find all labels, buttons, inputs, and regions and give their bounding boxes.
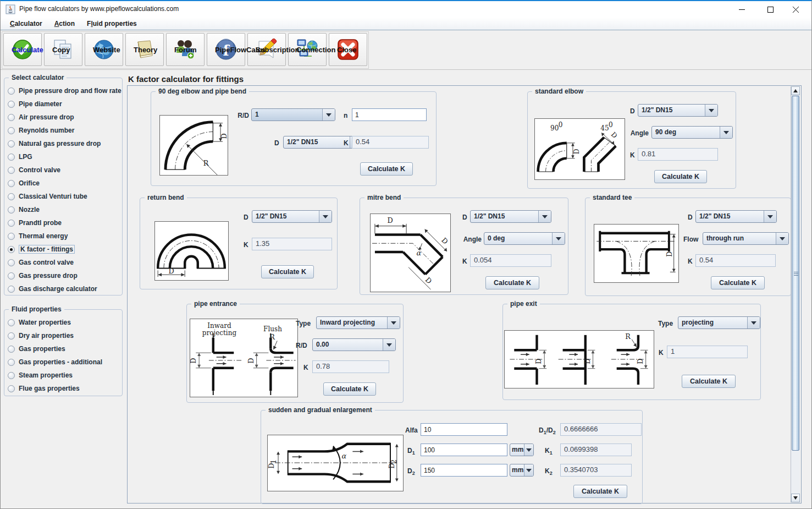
copy-button[interactable]: Copy xyxy=(44,33,82,66)
return-bend-diagram: D xyxy=(154,221,229,281)
sidebar-item-flue-gas-properties[interactable]: Flue gas properties xyxy=(8,383,80,394)
chevron-down-icon xyxy=(322,109,335,121)
sidebar-item-gas-pressure-drop[interactable]: Gas pressure drop xyxy=(8,270,78,281)
toolbar-label: Close xyxy=(337,46,356,54)
calculate-button[interactable]: Calculate xyxy=(3,33,42,66)
standard-elbow-angle-combo[interactable]: 90 deg xyxy=(651,126,733,139)
close-window-button[interactable] xyxy=(783,1,808,18)
elbow90-d-combo[interactable]: 1/2" DN15 xyxy=(283,136,363,149)
elbow90-n-input[interactable] xyxy=(352,108,427,121)
sidebar-item-nozzle[interactable]: Nozzle xyxy=(8,204,40,215)
svg-text:D: D xyxy=(583,359,592,364)
sidebar-item-gas-properties-additional[interactable]: Gas properties - additional xyxy=(8,357,102,368)
pipe-exit-calculate-button[interactable]: Calculate K xyxy=(682,375,736,388)
enlargement-d1-unit-combo[interactable]: mm xyxy=(510,444,534,456)
radio-icon xyxy=(8,101,15,108)
group-title: 90 deg elbow and pipe bend xyxy=(156,87,249,95)
enlargement-k1-output: 0.0699398 xyxy=(560,444,632,456)
sidebar-item-k-factor-fittings[interactable]: K factor - fittings xyxy=(8,244,75,255)
sidebar-item-control-valve[interactable]: Control valve xyxy=(8,165,60,176)
website-button[interactable]: Website xyxy=(85,33,123,66)
forum-button[interactable]: Forum xyxy=(166,33,205,66)
sidebar-item-lpg[interactable]: LPG xyxy=(8,151,32,162)
enlargement-calculate-button[interactable]: Calculate K xyxy=(573,485,627,498)
title-bar: Pipe flow calculators by www.pipeflowcal… xyxy=(1,1,811,18)
k-label: K xyxy=(630,151,635,159)
chevron-down-icon xyxy=(552,233,565,244)
svg-text:α: α xyxy=(341,452,347,460)
menu-calculator[interactable]: Calculator xyxy=(5,19,47,29)
elbow90-rd-combo[interactable]: 1 xyxy=(251,108,335,121)
d-label: D xyxy=(688,214,693,221)
sidebar-item-natural-gas[interactable]: Natural gas pressure drop xyxy=(8,138,101,149)
sidebar-item-pipe-pressure-drop[interactable]: Pipe pressure drop and flow rate xyxy=(8,85,121,96)
menu-fluid-properties[interactable]: Fluid properties xyxy=(82,19,142,29)
sidebar-item-dry-air-properties[interactable]: Dry air properties xyxy=(8,330,74,341)
n-label: n xyxy=(344,112,347,119)
sidebar-item-pipe-diameter[interactable]: Pipe diameter xyxy=(8,98,62,110)
sidebar-item-gas-properties[interactable]: Gas properties xyxy=(8,343,65,354)
d-label: D xyxy=(462,214,467,221)
maximize-button[interactable] xyxy=(758,1,783,18)
d1-label: D1 xyxy=(407,447,415,456)
elbow90-calculate-button[interactable]: Calculate K xyxy=(360,162,413,176)
chevron-down-icon xyxy=(776,233,788,244)
enlargement-d1-input[interactable] xyxy=(421,444,507,456)
standard-tee-d-combo[interactable]: 1/2" DN15 xyxy=(695,210,777,223)
k2-label: K2 xyxy=(545,467,553,476)
standard-tee-flow-combo[interactable]: through run xyxy=(703,232,789,245)
pipeflowcalcs-button[interactable]: f PipeFlowCalcs xyxy=(207,33,245,66)
sidebar-item-water-properties[interactable]: Water properties xyxy=(8,317,71,328)
sidebar-item-reynolds-number[interactable]: Reynolds number xyxy=(8,125,74,136)
radio-icon xyxy=(8,140,15,147)
app-window: Pipe flow calculators by www.pipeflowcal… xyxy=(0,0,812,509)
pipe-entrance-type-combo[interactable]: Inward projecting xyxy=(316,316,400,329)
enlargement-d2-input[interactable] xyxy=(421,464,507,477)
group-title: pipe entrance xyxy=(191,300,240,308)
return-bend-calculate-button[interactable]: Calculate K xyxy=(261,265,314,278)
sidebar-item-venturi[interactable]: Classical Venturi tube xyxy=(8,191,87,202)
pipe-entrance-calculate-button[interactable]: Calculate K xyxy=(323,382,376,396)
svg-text:D: D xyxy=(440,236,450,246)
enlargement-alfa-input[interactable] xyxy=(421,423,507,436)
theory-button[interactable]: Theory xyxy=(125,33,164,66)
scroll-up-button[interactable] xyxy=(791,86,800,95)
sidebar-item-prandtl-probe[interactable]: Prandtl probe xyxy=(8,217,62,228)
fluid-properties-group: Fluid properties Water properties Dry ai… xyxy=(4,309,123,396)
minimize-button[interactable] xyxy=(729,1,754,18)
standard-elbow-d-combo[interactable]: 1/2" DN15 xyxy=(638,104,718,117)
sidebar-item-air-pressure-drop[interactable]: Air pressure drop xyxy=(8,112,74,123)
sidebar-item-orifice[interactable]: Orifice xyxy=(8,178,40,189)
standard-tee-calculate-button[interactable]: Calculate K xyxy=(711,276,765,289)
radio-icon xyxy=(8,87,15,95)
type-label: Type xyxy=(658,320,673,327)
sidebar-item-gas-discharge[interactable]: Gas discharge calculator xyxy=(8,283,97,294)
sidebar-item-steam-properties[interactable]: Steam properties xyxy=(8,370,73,381)
vertical-scrollbar[interactable] xyxy=(791,86,800,502)
return-bend-d-combo[interactable]: 1/2" DN15 xyxy=(252,210,332,223)
k-label: K xyxy=(244,241,248,249)
window-title: Pipe flow calculators by www.pipeflowcal… xyxy=(19,5,179,13)
toolbar-label: Theory xyxy=(134,46,157,54)
menu-bar: Calculator Action Fluid properties xyxy=(1,18,811,30)
mitre-bend-angle-combo[interactable]: 0 deg xyxy=(484,232,565,245)
scroll-down-button[interactable] xyxy=(791,494,800,502)
pipe-entrance-rd-combo[interactable]: 0.00 xyxy=(312,338,396,351)
main-panel: 90 deg elbow and pipe bend D R R/D 1 n xyxy=(127,85,802,503)
scrollbar-thumb[interactable] xyxy=(792,96,799,451)
svg-text:90: 90 xyxy=(550,124,559,132)
select-calculator-group: Select calculator Pipe pressure drop and… xyxy=(4,78,123,295)
sidebar-item-gas-control-valve[interactable]: Gas control valve xyxy=(8,257,74,268)
enlargement-d2-unit-combo[interactable]: mm xyxy=(510,464,534,477)
d-label: D xyxy=(274,139,279,147)
mitre-bend-calculate-button[interactable]: Calculate K xyxy=(485,276,539,289)
chevron-down-icon xyxy=(383,339,395,351)
pipe-entrance-group: pipe entrance Inward projecting Flush D xyxy=(186,304,404,403)
standard-elbow-calculate-button[interactable]: Calculate K xyxy=(654,170,707,183)
menu-action[interactable]: Action xyxy=(49,19,80,29)
sidebar-item-thermal-energy[interactable]: Thermal energy xyxy=(8,231,68,242)
svg-text:D: D xyxy=(610,130,619,140)
pipe-exit-type-combo[interactable]: projecting xyxy=(678,316,760,329)
mitre-bend-d-combo[interactable]: 1/2" DN15 xyxy=(470,210,551,223)
k-label: K xyxy=(688,258,693,265)
